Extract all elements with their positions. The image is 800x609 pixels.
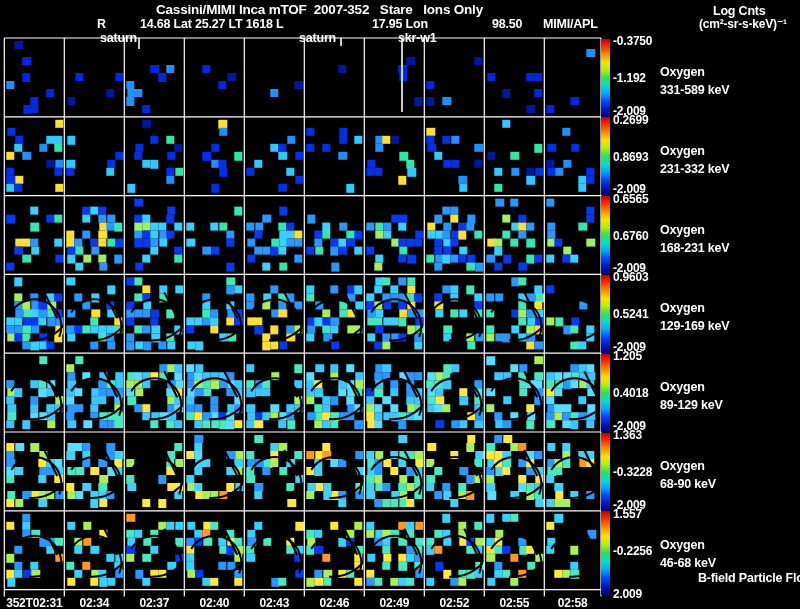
info-part-3: 98.50: [492, 18, 522, 30]
cbar-top-label-4: 1.205: [613, 350, 642, 362]
colorbar-row-2: [601, 196, 610, 274]
info-part-4: MIMI/APL: [543, 18, 598, 30]
colorbar-row-6: [601, 511, 610, 595]
row-species-label-0: Oxygen: [660, 66, 705, 78]
row-band-label-6: 46-68 keV: [660, 557, 716, 569]
cbar-mid-label-4: 0.4018: [613, 387, 649, 399]
bfield-flow-label: B-field Particle Flow: [698, 572, 800, 584]
page-title: Cassini/MIMI Inca mTOF 2007-352 Stare Io…: [156, 4, 483, 16]
event-marker-label-1: saturn: [299, 32, 336, 44]
row-species-label-1: Oxygen: [660, 145, 705, 157]
row-species-label-5: Oxygen: [660, 460, 705, 472]
cbar-mid-label-6: -0.2256: [613, 545, 652, 557]
cbar-top-label-1: 0.2699: [613, 114, 649, 126]
cbar-mid-label-5: -0.3228: [613, 466, 652, 478]
row-band-label-1: 231-332 keV: [660, 163, 729, 175]
colorbar-units-line2: (cm²-sr-s-keV)⁻¹: [699, 18, 787, 30]
time-label-8: 02:55: [499, 597, 529, 609]
time-label-7: 02:52: [439, 597, 469, 609]
colorbar-units-line1: Log Cnts: [713, 5, 766, 17]
cbar-bottom-label-6: 2.009: [613, 588, 642, 600]
colorbar-row-3: [601, 275, 610, 353]
cbar-top-label-2: 0.6565: [613, 193, 649, 205]
row-species-label-6: Oxygen: [660, 539, 705, 551]
time-label-9: 02:58: [558, 597, 588, 609]
info-part-2: 17.95 Lon: [372, 18, 428, 30]
event-marker-label-0: saturn: [100, 32, 137, 44]
row-species-label-4: Oxygen: [660, 381, 705, 393]
row-band-label-3: 129-169 keV: [660, 320, 729, 332]
colorbar-row-1: [601, 117, 610, 195]
time-label-0: 352T02:31: [6, 597, 62, 609]
cbar-mid-label-3: 0.5241: [613, 308, 649, 320]
row-band-label-2: 168-231 keV: [660, 242, 729, 254]
time-label-6: 02:49: [379, 597, 409, 609]
event-marker-label-2: skr-w1: [398, 32, 436, 44]
time-label-5: 02:46: [319, 597, 349, 609]
row-band-label-5: 68-90 keV: [660, 478, 716, 490]
cbar-top-label-6: 1.557: [613, 508, 642, 520]
cbar-top-label-3: 0.9603: [613, 271, 649, 283]
time-label-3: 02:40: [199, 597, 229, 609]
info-part-0: R: [97, 18, 106, 30]
info-part-1: 14.68 Lat 25.27 LT 1618 L: [140, 18, 283, 30]
colorbar-row-0: [601, 39, 610, 117]
time-label-1: 02:34: [79, 597, 109, 609]
cbar-mid-label-0: -1.192: [613, 72, 646, 84]
time-label-4: 02:43: [259, 597, 289, 609]
row-band-label-4: 89-129 keV: [660, 399, 723, 411]
cbar-mid-label-1: 0.8693: [613, 151, 649, 163]
time-label-2: 02:37: [139, 597, 169, 609]
colorbar-row-5: [601, 433, 610, 511]
cbar-mid-label-2: 0.6760: [613, 230, 649, 242]
mimi-inca-display: Cassini/MIMI Inca mTOF 2007-352 Stare Io…: [0, 0, 800, 609]
cbar-top-label-5: 1.363: [613, 429, 642, 441]
row-species-label-2: Oxygen: [660, 224, 705, 236]
cbar-top-label-0: -0.3750: [613, 35, 652, 47]
row-species-label-3: Oxygen: [660, 302, 705, 314]
row-band-label-0: 331-589 keV: [660, 84, 729, 96]
colorbar-row-4: [601, 354, 610, 432]
